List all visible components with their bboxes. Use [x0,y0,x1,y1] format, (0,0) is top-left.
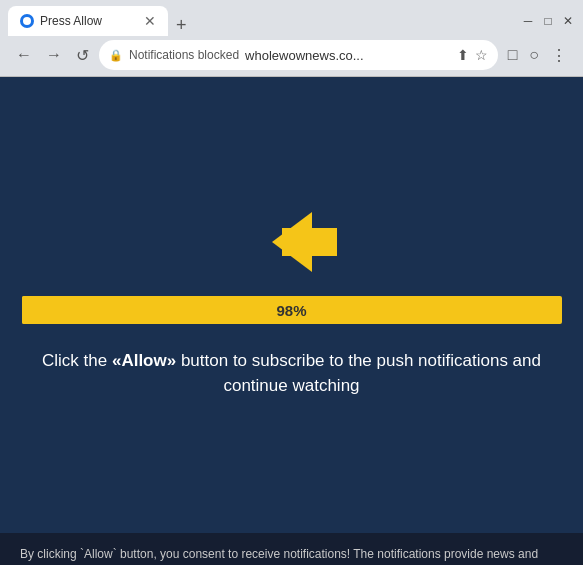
minimize-button[interactable]: ─ [521,14,535,28]
menu-icon[interactable]: ⋮ [547,44,571,67]
new-tab-button[interactable]: + [168,15,195,36]
maximize-button[interactable]: □ [541,14,555,28]
browser-icons: □ ○ ⋮ [504,44,571,67]
forward-button[interactable]: → [42,44,66,66]
tab-bar: Press Allow ✕ + [8,6,521,36]
active-tab[interactable]: Press Allow ✕ [8,6,168,36]
arrow-left-icon [272,212,312,272]
address-box[interactable]: 🔒 Notifications blocked wholewownews.co.… [99,40,498,70]
progress-bar: 98% [22,296,562,324]
title-bar: Press Allow ✕ + ─ □ ✕ [0,0,583,36]
window-controls: ─ □ ✕ [521,14,575,28]
browser-chrome: Press Allow ✕ + ─ □ ✕ ← → ↺ 🔒 Notificati… [0,0,583,77]
favicon-inner [23,17,31,25]
cta-prefix: Click the [42,351,112,370]
reload-button[interactable]: ↺ [72,44,93,67]
progress-container: 98% [22,296,562,324]
cta-text: Click the «Allow» button to subscribe to… [32,348,552,399]
address-actions: ⬆ ☆ [457,47,488,63]
cta-suffix: button to subscribe to the push notifica… [176,351,541,396]
close-button[interactable]: ✕ [561,14,575,28]
footer-text: By clicking `Allow` button, you consent … [20,545,543,565]
tab-title: Press Allow [40,14,102,28]
lock-icon: 🔒 [109,49,123,62]
progress-label: 98% [276,301,306,318]
tab-favicon [20,14,34,28]
cta-allow: «Allow» [112,351,176,370]
footer-text-main: By clicking `Allow` button, you consent … [20,547,538,565]
back-button[interactable]: ← [12,44,36,66]
notifications-blocked-label: Notifications blocked [129,48,239,62]
page-content: 98% Click the «Allow» button to subscrib… [0,77,583,533]
arrow-container [272,212,312,276]
star-icon[interactable]: ☆ [475,47,488,63]
address-bar: ← → ↺ 🔒 Notifications blocked wholewowne… [0,36,583,76]
extensions-icon[interactable]: □ [504,44,522,66]
tab-close-button[interactable]: ✕ [144,13,156,29]
url-display: wholewownews.co... [245,48,364,63]
footer-bar: By clicking `Allow` button, you consent … [0,533,583,565]
share-icon[interactable]: ⬆ [457,47,469,63]
profile-icon[interactable]: ○ [525,44,543,66]
